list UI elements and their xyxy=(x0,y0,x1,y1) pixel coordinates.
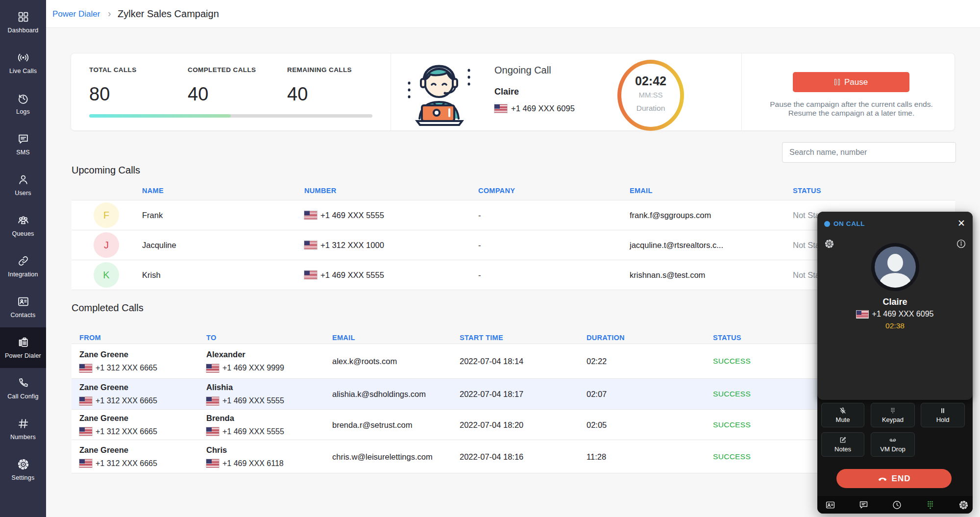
us-flag-icon xyxy=(304,241,317,249)
completed-header-duration: DURATION xyxy=(587,334,625,342)
sidebar-item-label: Power Dialer xyxy=(5,352,41,359)
contacts-icon xyxy=(17,295,29,308)
call-duration-value: 02:42 xyxy=(635,74,666,88)
users-icon xyxy=(17,173,29,186)
sidebar-item-numbers[interactable]: Numbers xyxy=(0,409,46,449)
widget-settings-icon[interactable] xyxy=(823,238,835,249)
contact-company: - xyxy=(478,241,481,250)
total-calls-label: TOTAL CALLS xyxy=(89,66,137,74)
total-calls-value: 80 xyxy=(89,84,110,105)
call-status: SUCCESS xyxy=(713,452,751,461)
sidebar: Dashboard Live Calls Logs SMS Users Queu… xyxy=(0,0,46,517)
close-icon[interactable]: ✕ xyxy=(956,217,967,229)
sidebar-item-integration[interactable]: Integration xyxy=(0,246,46,287)
call-duration-unit: MM:SS xyxy=(638,91,662,99)
completed-calls-value: 40 xyxy=(188,84,208,105)
sidebar-item-logs[interactable]: Logs xyxy=(0,83,46,124)
sidebar-item-queues[interactable]: Queues xyxy=(0,205,46,246)
keypad-icon xyxy=(889,407,897,415)
to-person: Alishia +1 469 XXX 5555 xyxy=(206,383,284,405)
ongoing-call-name: Claire xyxy=(494,87,519,97)
call-status: SUCCESS xyxy=(713,420,751,429)
us-flag-icon xyxy=(304,211,317,220)
upcoming-header-email: EMAIL xyxy=(630,187,653,195)
to-person: Brenda +1 469 XXX 5555 xyxy=(206,414,284,436)
call-duration-caption: Duration xyxy=(637,104,665,113)
widget-contacts-icon[interactable] xyxy=(824,499,836,511)
contact-name: Krish xyxy=(142,271,161,280)
widget-history-icon[interactable] xyxy=(891,499,903,511)
power-dialer-icon xyxy=(17,336,29,348)
summary-cards-row: TOTAL CALLS COMPLETED CALLS REMAINING CA… xyxy=(71,53,955,131)
from-person: Zane Greene +1 312 XXX 6665 xyxy=(79,383,157,405)
sidebar-item-live-calls[interactable]: Live Calls xyxy=(0,43,46,83)
call-email: alishia.k@sdholdings.com xyxy=(332,390,426,399)
search-input[interactable] xyxy=(782,142,956,163)
widget-avatar xyxy=(871,243,919,291)
call-start-time: 2022-07-04 18:20 xyxy=(460,420,523,429)
call-start-time: 2022-07-04 18:16 xyxy=(460,452,523,461)
end-call-icon xyxy=(878,474,887,484)
hold-button[interactable]: Hold xyxy=(921,403,965,427)
widget-caller-name: Claire xyxy=(817,297,973,307)
dashboard-icon xyxy=(17,11,29,23)
sidebar-item-dashboard[interactable]: Dashboard xyxy=(0,2,46,43)
call-email: alex.k@roots.com xyxy=(332,357,397,366)
us-flag-icon xyxy=(79,459,92,468)
breadcrumb-power-dialer-link[interactable]: Power Dialer xyxy=(52,9,100,19)
sidebar-item-power-dialer[interactable]: Power Dialer xyxy=(0,327,46,368)
widget-gear-icon[interactable] xyxy=(957,499,969,511)
avatar: J xyxy=(94,232,119,258)
mute-icon xyxy=(839,407,847,415)
sms-icon xyxy=(17,133,29,145)
upcoming-header-name: NAME xyxy=(142,187,164,195)
on-call-status-label: ON CALL xyxy=(833,220,865,227)
call-email: brenda.r@setrust.com xyxy=(332,420,412,429)
call-duration: 02:22 xyxy=(587,357,607,366)
call-config-icon xyxy=(17,377,29,389)
sidebar-item-contacts[interactable]: Contacts xyxy=(0,287,46,327)
pause-description-line2: Resume the campaign at a later time. xyxy=(742,109,960,118)
widget-info-icon[interactable] xyxy=(955,238,967,249)
queues-icon xyxy=(17,214,29,226)
sidebar-item-sms[interactable]: SMS xyxy=(0,124,46,165)
live-calls-icon xyxy=(17,51,29,64)
widget-dialpad-icon[interactable] xyxy=(924,499,936,511)
from-person: Zane Greene +1 312 XXX 6665 xyxy=(79,414,157,436)
sidebar-item-users[interactable]: Users xyxy=(0,165,46,205)
contact-email: frank.f@sggroups.com xyxy=(630,211,711,220)
sidebar-item-label: Call Config xyxy=(7,393,38,400)
pause-description-line1: Pause the campaign after the current cal… xyxy=(742,100,960,109)
call-email: chris.w@leisurelettings.com xyxy=(332,452,433,461)
sidebar-item-label: Queues xyxy=(12,230,34,237)
breadcrumb-chevron-icon: › xyxy=(108,8,111,19)
contact-number: +1 469 XXX 5555 xyxy=(304,271,384,280)
widget-bottom-bar xyxy=(817,496,973,514)
sidebar-item-settings[interactable]: Settings xyxy=(0,449,46,490)
call-duration-ring: 02:42 MM:SS Duration xyxy=(617,60,684,131)
vm-drop-button[interactable]: VM Drop xyxy=(871,432,915,457)
widget-sms-icon[interactable] xyxy=(858,499,869,511)
to-person: Alexander +1 469 XXX 9999 xyxy=(206,350,284,372)
us-flag-icon xyxy=(206,427,219,436)
pause-button[interactable]: Pause xyxy=(793,72,909,92)
sidebar-item-call-config[interactable]: Call Config xyxy=(0,368,46,409)
contact-email: krishnan.s@test.com xyxy=(630,271,705,280)
end-call-button[interactable]: END xyxy=(836,469,952,488)
campaign-progress-bar xyxy=(89,114,372,118)
from-person: Zane Greene +1 312 XXX 6665 xyxy=(79,350,157,372)
us-flag-icon xyxy=(857,311,868,318)
contact-number: +1 469 XXX 5555 xyxy=(304,211,384,220)
agent-illustration xyxy=(402,57,476,130)
pause-icon xyxy=(834,79,840,85)
notes-button[interactable]: Notes xyxy=(821,432,864,457)
mute-button[interactable]: Mute xyxy=(821,403,864,427)
notes-icon xyxy=(839,436,847,444)
contact-name: Jacquline xyxy=(142,241,176,250)
contact-email: jacquline.t@rtsrealtors.c... xyxy=(630,241,723,250)
keypad-button[interactable]: Keypad xyxy=(871,403,915,427)
remaining-calls-value: 40 xyxy=(287,84,308,105)
completed-header-to: TO xyxy=(206,334,216,342)
campaign-progress-fill xyxy=(89,114,231,118)
vm-drop-icon xyxy=(889,436,897,444)
